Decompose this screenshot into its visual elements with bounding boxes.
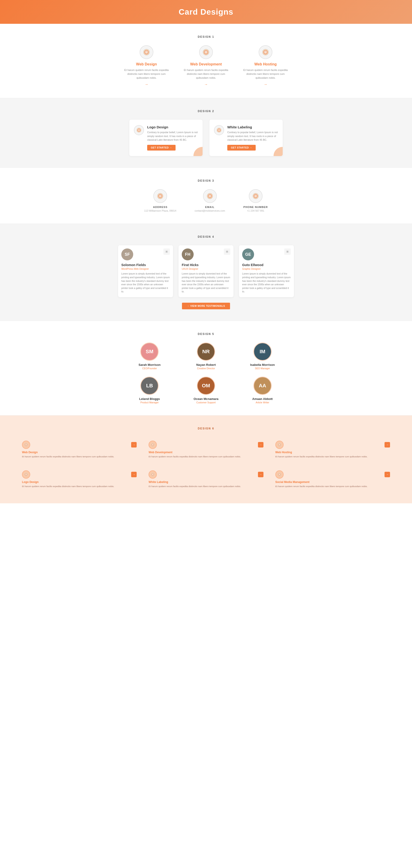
get-started-button-1[interactable]: GET STARTED → bbox=[227, 145, 256, 151]
svg-point-35 bbox=[152, 444, 153, 445]
design5-avatar-3: LB bbox=[140, 377, 158, 395]
svg-point-2 bbox=[146, 52, 147, 53]
design6-section: DESIGN 6 → Web Design Et harum quidem re… bbox=[0, 415, 412, 503]
page-header: Card Designs bbox=[0, 0, 412, 24]
design4-badge-0 bbox=[164, 248, 170, 255]
design2-section: DESIGN 2 Logo Design Contrary to popular… bbox=[0, 98, 412, 167]
design1-icon-2 bbox=[259, 45, 272, 59]
design2-icon-1 bbox=[214, 125, 224, 135]
design4-avatar-2: GE bbox=[242, 248, 254, 260]
design4-role-2: Graphic Designer bbox=[242, 268, 291, 270]
design5-card-5: AA Amaan Abbott Article Writer bbox=[239, 377, 286, 404]
view-more-button[interactable]: → VIEW MORE TESTIMONIALS bbox=[182, 303, 230, 309]
design4-desc-1: Lorem ipsum is simply dummied text of th… bbox=[182, 272, 230, 293]
design1-cards: Web Design Et harum quidem rerum facilis… bbox=[18, 45, 394, 87]
design1-desc-0: Et harum quidem rerum facilis expedita d… bbox=[124, 68, 169, 80]
design2-desc-1: Contrary to popular belief, Lorem Ipsum … bbox=[227, 130, 278, 142]
design3-value-0: 113 Williamson Plaza, 09014 bbox=[144, 209, 176, 212]
design6-title-3: Logo Design bbox=[22, 480, 137, 484]
design3-label-0: ADDRESS bbox=[144, 206, 176, 209]
design5-card-3: LB Leland Bloggs Product Manager bbox=[126, 377, 173, 404]
design3-label: DESIGN 3 bbox=[18, 179, 394, 182]
design6-card-top-2: → bbox=[275, 441, 390, 449]
design5-name-5: Amaan Abbott bbox=[239, 397, 286, 401]
design6-arrow-1[interactable]: → bbox=[258, 442, 263, 447]
design6-icon-2 bbox=[275, 441, 284, 449]
design3-icon-1 bbox=[203, 189, 217, 203]
design5-card-1: NR Nayan Robert Creative Director bbox=[182, 342, 230, 370]
design6-desc-1: Et harum quidem rerum facilis expedita d… bbox=[149, 455, 263, 459]
get-started-button-0[interactable]: GET STARTED → bbox=[147, 145, 176, 151]
design6-card-3: → Logo Design Et harum quidem rerum faci… bbox=[18, 467, 140, 492]
svg-point-11 bbox=[139, 130, 139, 131]
design1-arrow-0[interactable]: → bbox=[145, 82, 148, 86]
design5-avatar-4: OM bbox=[197, 377, 215, 395]
design3-card-0: ADDRESS 113 Williamson Plaza, 09014 bbox=[144, 189, 176, 212]
design3-value-2: +1 234 567 891 bbox=[243, 209, 268, 212]
design5-name-1: Nayan Robert bbox=[182, 363, 230, 367]
design6-desc-3: Et harum quidem rerum facilis expedita d… bbox=[22, 485, 137, 488]
design6-card-top-1: → bbox=[149, 441, 263, 449]
design6-title-5: Social Media Management bbox=[275, 480, 390, 484]
design6-title-0: Web Design bbox=[22, 451, 137, 454]
design3-card-2: PHONE NUMBER +1 234 567 891 bbox=[243, 189, 268, 212]
design5-role-0: CEO/Founder bbox=[126, 367, 173, 370]
design4-badge-1 bbox=[224, 248, 230, 255]
svg-rect-29 bbox=[287, 251, 288, 252]
design6-arrow-2[interactable]: → bbox=[385, 442, 390, 447]
svg-point-20 bbox=[209, 196, 210, 197]
page-title: Card Designs bbox=[0, 7, 412, 17]
design4-avatar-1: FH bbox=[182, 248, 194, 260]
design6-card-5: → Social Media Management Et harum quide… bbox=[272, 467, 394, 492]
design5-name-2: Isabella Morrison bbox=[239, 363, 286, 367]
design5-card-2: IM Isabella Morrison SEO Manager bbox=[239, 342, 286, 370]
design2-title-0: Logo Design bbox=[147, 125, 198, 129]
design6-title-4: White Labeling bbox=[149, 480, 263, 484]
design4-name-2: Guto Ellwood bbox=[242, 263, 291, 267]
design6-arrow-4[interactable]: → bbox=[258, 472, 263, 477]
design4-desc-2: Lorem ipsum is simply dummied text of th… bbox=[242, 272, 291, 293]
svg-point-32 bbox=[26, 444, 26, 445]
design2-card-inner-1: White Labeling Contrary to popular belie… bbox=[214, 125, 278, 151]
design1-card-2: Web Hosting Et harum quidem rerum facili… bbox=[243, 45, 288, 87]
design5-grid: SM Sarah Morrison CEO/Founder NR Nayan R… bbox=[126, 342, 286, 404]
design4-label: DESIGN 4 bbox=[18, 235, 394, 238]
design1-icon-0 bbox=[140, 45, 153, 59]
design6-desc-4: Et harum quidem rerum facilis expedita d… bbox=[149, 485, 263, 488]
design4-card-top-1: FH bbox=[179, 245, 233, 260]
design1-card-1: Web Development Et harum quidem rerum fa… bbox=[183, 45, 229, 87]
design5-avatar-0: SM bbox=[140, 342, 158, 361]
svg-rect-27 bbox=[226, 251, 228, 252]
svg-point-47 bbox=[279, 474, 280, 475]
design5-card-4: OM Ocean Mcnamara Customer Support bbox=[182, 377, 230, 404]
design4-card-0: SF Solomon Fields WordPress-Web Designer… bbox=[118, 245, 173, 297]
design6-icon-4 bbox=[149, 470, 157, 478]
svg-point-38 bbox=[279, 444, 280, 445]
design5-label: DESIGN 5 bbox=[18, 333, 394, 336]
design5-avatar-1: NR bbox=[197, 342, 215, 361]
design5-name-0: Sarah Morrison bbox=[126, 363, 173, 367]
design1-title-1: Web Development bbox=[183, 62, 229, 66]
design4-avatar-0: SF bbox=[121, 248, 133, 260]
design1-title-2: Web Hosting bbox=[243, 62, 288, 66]
design6-arrow-5[interactable]: → bbox=[385, 472, 390, 477]
design6-card-top-4: → bbox=[149, 470, 263, 478]
design4-role-1: UI/UX Designer bbox=[182, 268, 230, 270]
design5-role-4: Customer Support bbox=[182, 401, 230, 404]
design4-name-1: Firat Hicks bbox=[182, 263, 230, 267]
design6-label: DESIGN 6 bbox=[18, 427, 394, 430]
design1-arrow-1[interactable]: → bbox=[204, 82, 208, 86]
svg-rect-25 bbox=[166, 251, 167, 252]
design3-section: DESIGN 3 ADDRESS 113 Williamson Plaza, 0… bbox=[0, 168, 412, 223]
design1-arrow-2[interactable]: → bbox=[264, 82, 267, 86]
design4-role-0: WordPress-Web Designer bbox=[121, 268, 170, 270]
design6-arrow-0[interactable]: → bbox=[131, 442, 137, 447]
design3-cards: ADDRESS 113 Williamson Plaza, 09014 EMAI… bbox=[18, 189, 394, 212]
design6-card-2: → Web Hosting Et harum quidem rerum faci… bbox=[272, 437, 394, 462]
design5-role-2: SEO Manager bbox=[239, 367, 286, 370]
design4-card-top-0: SF bbox=[118, 245, 173, 260]
design5-name-3: Leland Bloggs bbox=[126, 397, 173, 401]
design1-card-0: Web Design Et harum quidem rerum facilis… bbox=[124, 45, 169, 87]
design6-icon-1 bbox=[149, 441, 157, 449]
design6-arrow-3[interactable]: → bbox=[131, 472, 137, 477]
